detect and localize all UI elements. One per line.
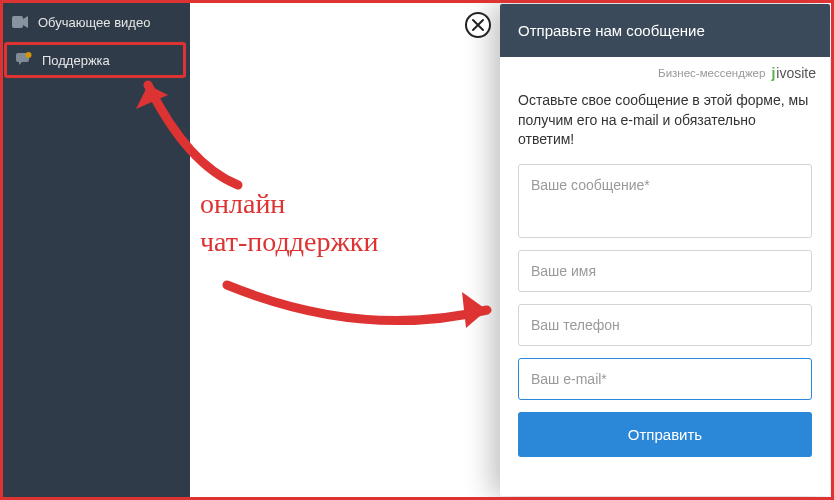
- powered-by-text: Бизнес-мессенджер: [658, 67, 765, 79]
- svg-rect-0: [12, 16, 23, 28]
- chat-header-title: Отправьте нам сообщение: [518, 22, 705, 39]
- annotation-arrow-right: [222, 270, 502, 340]
- name-input[interactable]: [518, 250, 812, 292]
- sidebar-item-label: Поддержка: [42, 53, 110, 68]
- email-input[interactable]: [518, 358, 812, 400]
- close-button[interactable]: [465, 12, 491, 38]
- chat-panel: Отправьте нам сообщение Бизнес-мессендже…: [500, 4, 830, 496]
- chat-body: Оставьте свое сообщение в этой форме, мы…: [500, 85, 830, 496]
- chat-description: Оставьте свое сообщение в этой форме, мы…: [518, 91, 812, 150]
- jivosite-logo: jivosite: [771, 65, 816, 81]
- chat-icon: [16, 52, 32, 68]
- chat-powered-by[interactable]: Бизнес-мессенджер jivosite: [500, 57, 830, 85]
- svg-point-1: [26, 52, 32, 58]
- main-area: онлайн чат-поддержки Отправьте нам сообщ…: [190, 0, 834, 500]
- annotation-text: онлайн чат-поддержки: [200, 185, 378, 261]
- video-icon: [12, 14, 28, 30]
- chat-header: Отправьте нам сообщение: [500, 4, 830, 57]
- sidebar-item-tutorial-video[interactable]: Обучающее видео: [0, 4, 190, 40]
- close-icon: [471, 18, 485, 32]
- sidebar-item-label: Обучающее видео: [38, 15, 150, 30]
- sidebar: Обучающее видео Поддержка: [0, 0, 190, 500]
- message-input[interactable]: [518, 164, 812, 238]
- phone-input[interactable]: [518, 304, 812, 346]
- send-button[interactable]: Отправить: [518, 412, 812, 457]
- sidebar-item-support[interactable]: Поддержка: [4, 42, 186, 78]
